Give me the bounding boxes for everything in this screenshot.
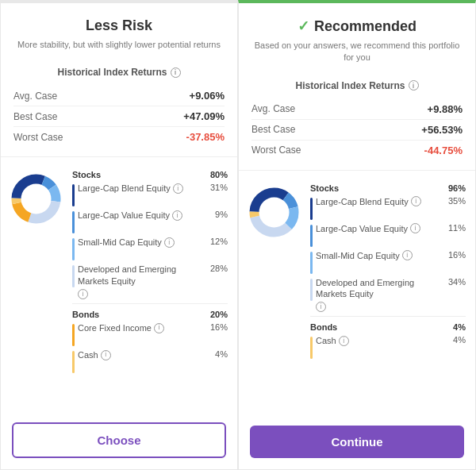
rec-color-bar-1 xyxy=(310,198,313,220)
recommended-donut xyxy=(248,180,304,411)
svg-point-12 xyxy=(259,197,290,227)
recommended-allocation-list: Stocks 96% Large-Cap Blend Equity i 35% … xyxy=(310,180,466,411)
cards-container: Less Risk More stability, but with sligh… xyxy=(0,0,476,470)
less-risk-bond-item-2: Cash i 4% xyxy=(72,348,228,375)
recommended-divider xyxy=(239,170,475,171)
recommended-stock-item-3: Small-Mid Cap Equity i 16% xyxy=(310,248,466,275)
recommended-bond-item-1: Cash i 4% xyxy=(310,333,466,360)
less-risk-allocation: Stocks 80% Large-Cap Blend Equity i 31% … xyxy=(1,160,237,414)
less-risk-bonds-category: Bonds 20% xyxy=(72,306,228,321)
recommended-worst-value: -44.75% xyxy=(424,144,463,156)
less-risk-title: Less Risk xyxy=(13,17,225,34)
less-risk-card: Less Risk More stability, but with sligh… xyxy=(0,0,238,470)
less-risk-color-bar-5 xyxy=(72,324,75,346)
recommended-footer: Continue xyxy=(239,418,475,469)
less-risk-color-bar-3 xyxy=(72,238,75,260)
recommended-best-row: Best Case +56.53% xyxy=(251,120,463,141)
recommended-worst-label: Worst Case xyxy=(251,144,301,156)
rec-alloc-divider xyxy=(310,316,466,317)
less-risk-best-label: Best Case xyxy=(13,111,57,122)
less-risk-donut xyxy=(10,167,66,408)
info-icon[interactable]: i xyxy=(78,289,88,299)
check-icon: ✓ xyxy=(298,17,309,35)
less-risk-historical-label: Historical Index Returns i xyxy=(1,59,237,83)
rec-color-bar-2 xyxy=(310,225,313,247)
recommended-historical-label: Historical Index Returns i xyxy=(239,72,475,96)
alloc-divider xyxy=(72,303,228,304)
recommended-header: ✓ Recommended Based on your answers, we … xyxy=(239,3,475,72)
recommended-card: ✓ Recommended Based on your answers, we … xyxy=(238,0,476,470)
less-risk-bond-item-1: Core Fixed Income i 16% xyxy=(72,321,228,348)
recommended-allocation: Stocks 96% Large-Cap Blend Equity i 35% … xyxy=(239,174,475,418)
recommended-bonds-category: Bonds 4% xyxy=(310,319,466,333)
recommended-subtitle: Based on your answers, we recommend this… xyxy=(251,40,463,64)
less-risk-stock-item-1: Large-Cap Blend Equity i 31% xyxy=(72,181,228,208)
recommended-info-icon[interactable]: i xyxy=(409,80,419,91)
less-risk-worst-label: Worst Case xyxy=(13,132,63,143)
rec-color-bar-3 xyxy=(310,252,313,274)
rec-color-bar-4 xyxy=(310,279,313,301)
info-icon[interactable]: i xyxy=(101,350,111,360)
info-icon[interactable]: i xyxy=(402,250,413,260)
recommended-avg-row: Avg. Case +9.88% xyxy=(251,99,463,120)
less-risk-returns-table: Avg. Case +9.06% Best Case +47.09% Worst… xyxy=(1,83,237,153)
less-risk-avg-row: Avg. Case +9.06% xyxy=(13,86,225,106)
recommended-returns-table: Avg. Case +9.88% Best Case +56.53% Worst… xyxy=(239,96,475,167)
info-icon[interactable]: i xyxy=(164,237,175,248)
rec-color-bar-5 xyxy=(310,337,313,359)
less-risk-worst-value: -37.85% xyxy=(186,131,225,143)
choose-button[interactable]: Choose xyxy=(12,422,226,458)
recommended-title-row: ✓ Recommended xyxy=(251,17,463,35)
less-risk-color-bar-4 xyxy=(72,265,75,287)
info-icon[interactable]: i xyxy=(410,223,420,233)
svg-point-6 xyxy=(21,184,52,214)
less-risk-stock-item-2: Large-Cap Value Equity i 9% xyxy=(72,208,228,235)
recommended-title: Recommended xyxy=(314,18,416,35)
less-risk-avg-value: +9.06% xyxy=(190,90,225,102)
info-icon[interactable]: i xyxy=(172,210,182,221)
less-risk-best-row: Best Case +47.09% xyxy=(13,106,225,127)
recommended-stock-item-4: Developed and Emerging Markets Equity i … xyxy=(310,275,466,314)
less-risk-best-value: +47.09% xyxy=(183,110,225,122)
info-icon[interactable]: i xyxy=(411,196,421,206)
less-risk-color-bar-6 xyxy=(72,351,75,373)
less-risk-stocks-category: Stocks 80% xyxy=(72,167,228,181)
less-risk-info-icon[interactable]: i xyxy=(171,67,181,78)
less-risk-allocation-list: Stocks 80% Large-Cap Blend Equity i 31% … xyxy=(72,167,228,408)
info-icon[interactable]: i xyxy=(173,183,183,194)
less-risk-color-bar-1 xyxy=(72,184,75,206)
recommended-stocks-category: Stocks 96% xyxy=(310,180,466,195)
recommended-avg-value: +9.88% xyxy=(428,103,463,115)
recommended-stock-item-2: Large-Cap Value Equity i 11% xyxy=(310,222,466,248)
less-risk-stock-item-3: Small-Mid Cap Equity i 12% xyxy=(72,235,228,262)
recommended-avg-label: Avg. Case xyxy=(251,103,295,114)
less-risk-header: Less Risk More stability, but with sligh… xyxy=(1,3,237,59)
info-icon[interactable]: i xyxy=(316,302,326,312)
less-risk-color-bar-2 xyxy=(72,211,75,233)
info-icon[interactable]: i xyxy=(339,336,349,346)
less-risk-worst-row: Worst Case -37.85% xyxy=(13,127,225,147)
recommended-best-value: +56.53% xyxy=(421,124,463,136)
less-risk-divider xyxy=(1,156,237,157)
recommended-stock-item-1: Large-Cap Blend Equity i 35% xyxy=(310,195,466,222)
less-risk-footer: Choose xyxy=(1,414,237,469)
recommended-best-label: Best Case xyxy=(251,124,295,135)
less-risk-subtitle: More stability, but with slightly lower … xyxy=(13,39,225,51)
recommended-worst-row: Worst Case -44.75% xyxy=(251,141,463,160)
continue-button[interactable]: Continue xyxy=(250,426,464,458)
less-risk-avg-label: Avg. Case xyxy=(13,91,57,102)
info-icon[interactable]: i xyxy=(154,323,164,333)
less-risk-stock-item-4: Developed and Emerging Markets Equity i … xyxy=(72,262,228,301)
